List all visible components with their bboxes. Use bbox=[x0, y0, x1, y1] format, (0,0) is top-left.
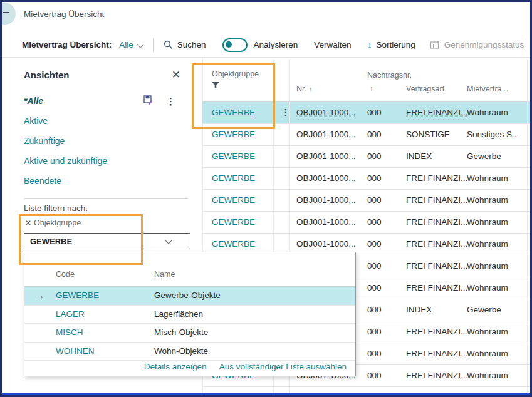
view-item[interactable]: Aktive ⋮ bbox=[24, 111, 180, 131]
toolbar: Mietvertrag Übersicht: Alle Suchen Analy… bbox=[2, 33, 530, 58]
cell-objektgruppe[interactable]: GEWERBE bbox=[212, 168, 255, 188]
cell-mietvertragsart: Wohnraum bbox=[467, 321, 508, 342]
cell-vertragsart[interactable]: FREI FINANZI... bbox=[406, 321, 467, 342]
table-row[interactable]: GEWERBE ⋮ OBJ001-1000... 000 FREI FINANZ… bbox=[202, 190, 532, 212]
cell-vertragsart[interactable]: FREI FINANZI... bbox=[406, 277, 467, 298]
search-icon[interactable] bbox=[164, 40, 173, 49]
table-row[interactable]: GEWERBE ⋮ OBJ001-1000... 000 FREI FINANZ… bbox=[202, 212, 532, 234]
cell-mietvertragsart: Wohnraum bbox=[467, 255, 508, 276]
close-pane-icon[interactable]: ✕ bbox=[172, 70, 180, 80]
table-row[interactable]: GEWERBE ⋮ OBJ001-1000... 000 FREI FINANZ… bbox=[202, 102, 532, 124]
analyze-toggle[interactable] bbox=[222, 38, 248, 52]
table-row[interactable]: GEWERBE ⋮ OBJ001-1000... 000 FREI FINANZ… bbox=[202, 168, 532, 190]
approval-status-icon bbox=[430, 41, 440, 49]
view-item[interactable]: *Alle ⋮ bbox=[24, 91, 180, 111]
analyze-button[interactable]: Analysieren bbox=[254, 40, 298, 49]
views-header-label: Ansichten bbox=[24, 70, 70, 80]
cell-objektgruppe[interactable]: GEWERBE bbox=[212, 146, 255, 167]
cell-vertragsart[interactable]: FREI FINANZI... bbox=[406, 365, 467, 386]
cell-vertragsart[interactable]: FREI FINANZI... bbox=[406, 234, 467, 254]
column-nr[interactable]: Nr.↑ bbox=[296, 85, 312, 93]
cell-vertragsart[interactable]: FREI FINANZI... bbox=[406, 168, 467, 188]
cell-objektgruppe[interactable]: GEWERBE bbox=[212, 212, 255, 232]
select-from-full-list-link[interactable]: Aus vollständiger Liste auswählen bbox=[219, 362, 347, 371]
view-item[interactable]: Beendete ⋮ bbox=[24, 171, 180, 191]
cell-objektgruppe[interactable]: GEWERBE bbox=[212, 102, 255, 123]
lookup-row[interactable]: → MISCH Misch-Objekte bbox=[24, 324, 355, 343]
filter-funnel-icon[interactable] bbox=[212, 82, 219, 91]
cell-objektgruppe[interactable]: GEWERBE bbox=[212, 190, 255, 210]
cell-nachtragsnr: 000 bbox=[367, 255, 382, 276]
cell-nr[interactable]: OBJ001-1000... bbox=[296, 124, 356, 145]
view-options-icon[interactable]: ⋮ bbox=[166, 96, 175, 106]
cell-vertragsart[interactable]: SONSTIGE bbox=[406, 124, 450, 145]
views-list: *Alle ⋮ Aktive ⋮ Zukünftige ⋮ Aktive und… bbox=[24, 91, 180, 191]
table-header: Objektgruppe Nr.↑ Nachtragsnr. ↑ Vertrag… bbox=[202, 59, 532, 102]
cell-vertragsart[interactable]: INDEX bbox=[406, 299, 432, 320]
app-window: Mietvertrag Übersicht Mietvertrag Übersi… bbox=[0, 0, 532, 397]
table-row[interactable]: GEWERBE ⋮ OBJ001-1000... 000 FREI FINANZ… bbox=[202, 387, 532, 397]
remove-filter-icon[interactable]: ✕ bbox=[25, 219, 31, 227]
lookup-row[interactable]: → LAGER Lagerflächen bbox=[24, 306, 355, 324]
save-view-icon[interactable] bbox=[143, 95, 154, 106]
chevron-down-icon[interactable] bbox=[165, 237, 172, 244]
search-button[interactable]: Suchen bbox=[177, 40, 206, 49]
view-item-label: Beendete bbox=[24, 176, 61, 186]
cell-nr[interactable]: OBJ001-1000... bbox=[296, 212, 356, 232]
show-details-link[interactable]: Details anzeigen bbox=[144, 362, 207, 371]
cell-vertragsart[interactable]: FREI FINANZI... bbox=[406, 190, 467, 210]
lookup-cell-code[interactable]: LAGER bbox=[56, 306, 85, 324]
lookup-cell-code[interactable]: MISCH bbox=[56, 324, 83, 342]
objektgruppe-filter-input[interactable]: GEWERBE bbox=[24, 233, 190, 249]
cell-objektgruppe[interactable]: GEWERBE bbox=[212, 387, 255, 397]
cell-vertragsart[interactable]: FREI FINANZI... bbox=[406, 255, 467, 276]
views-pane-header: Ansichten ✕ bbox=[24, 70, 180, 80]
column-vertragsart[interactable]: Vertragsart bbox=[406, 85, 444, 93]
filter-section-label: Liste filtern nach: bbox=[24, 204, 88, 213]
back-arrow-icon bbox=[3, 12, 9, 13]
cell-vertragsart[interactable]: INDEX bbox=[406, 146, 432, 167]
lookup-cell-code[interactable]: WOHNEN bbox=[56, 343, 95, 361]
cell-vertragsart[interactable]: FREI FINANZI... bbox=[406, 102, 467, 123]
sort-icon[interactable]: ↕ bbox=[367, 40, 372, 50]
lookup-cell-name: Gewerbe-Objekte bbox=[154, 287, 221, 305]
cell-nachtragsnr: 000 bbox=[367, 387, 382, 397]
cell-vertragsart[interactable]: FREI FINANZI... bbox=[406, 387, 467, 397]
window-bottom-edge bbox=[2, 393, 530, 395]
cell-nr[interactable]: OBJ001-1000... bbox=[296, 102, 356, 123]
lookup-row[interactable]: → GEWERBE Gewerbe-Objekte bbox=[24, 287, 355, 306]
cell-nachtragsnr: 000 bbox=[367, 146, 382, 167]
lookup-cell-code[interactable]: GEWERBE bbox=[56, 287, 99, 305]
cell-nr[interactable]: OBJ001-1000... bbox=[296, 146, 356, 167]
cell-nr[interactable]: OBJ001-1000... bbox=[296, 190, 356, 210]
cell-vertragsart[interactable]: FREI FINANZI... bbox=[406, 212, 467, 232]
cell-nr[interactable]: OBJ001-1000... bbox=[296, 168, 356, 188]
toggle-knob-icon bbox=[226, 41, 232, 48]
row-ellipsis-icon[interactable]: ⋮ bbox=[281, 102, 290, 123]
view-item[interactable]: Zukünftige ⋮ bbox=[24, 131, 180, 151]
cell-vertragsart[interactable]: FREI FINANZI... bbox=[406, 343, 467, 364]
filter-chip-objektgruppe[interactable]: ✕Objektgruppe bbox=[25, 219, 81, 227]
lookup-row[interactable]: → WOHNEN Wohn-Objekte bbox=[24, 343, 355, 361]
sorting-button[interactable]: Sortierung bbox=[376, 40, 415, 49]
column-objektgruppe[interactable]: Objektgruppe bbox=[212, 70, 259, 78]
cell-nachtragsnr: 000 bbox=[367, 365, 382, 386]
view-selector[interactable]: Alle bbox=[119, 40, 133, 49]
lookup-footer: Details anzeigen Aus vollständiger Liste… bbox=[144, 362, 347, 371]
view-item-label: Zukünftige bbox=[24, 136, 65, 146]
view-item[interactable]: Aktive und zukünftige ⋮ bbox=[24, 151, 180, 171]
cell-objektgruppe[interactable]: GEWERBE bbox=[212, 124, 255, 145]
column-nachtragsnr[interactable]: Nachtragsnr. bbox=[367, 71, 412, 80]
view-item-label: *Alle bbox=[24, 96, 43, 106]
manage-button[interactable]: Verwalten bbox=[314, 40, 351, 49]
chevron-down-icon[interactable] bbox=[137, 41, 143, 48]
table-row[interactable]: GEWERBE ⋮ OBJ001-1000... 000 INDEX Gewer… bbox=[202, 146, 532, 168]
table-row[interactable]: GEWERBE ⋮ OBJ001-1000... 000 SONSTIGE So… bbox=[202, 124, 532, 146]
cell-mietvertragsart: Wohnraum bbox=[467, 168, 508, 188]
back-button[interactable] bbox=[0, 3, 16, 25]
cell-mietvertragsart: Wohnraum bbox=[467, 365, 508, 386]
cell-nr[interactable]: OBJ001-1000... bbox=[296, 387, 356, 397]
lookup-cell-name: Lagerflächen bbox=[154, 306, 203, 324]
column-mietvertragsart[interactable]: Mietvertra... bbox=[467, 85, 508, 93]
cell-nachtragsnr: 000 bbox=[367, 343, 382, 364]
